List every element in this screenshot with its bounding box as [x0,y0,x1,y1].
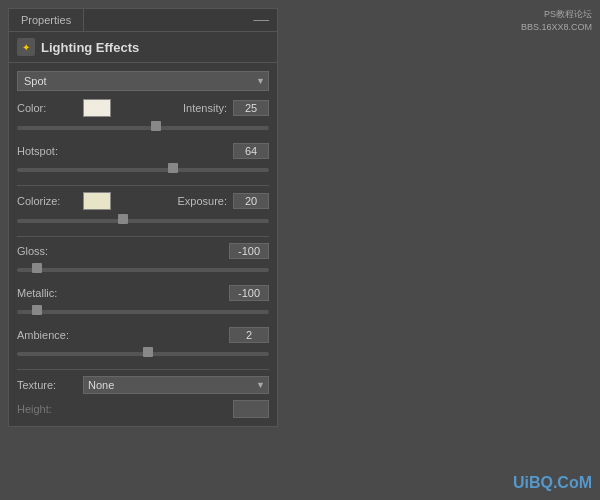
height-value-box [233,400,269,418]
gloss-value: -100 [229,243,269,259]
exposure-input[interactable] [233,193,269,209]
panel-body: Spot Infinite Point ▼ Color: Intensity: [9,63,277,426]
lighting-icon: ✦ [17,38,35,56]
exposure-label: Exposure: [177,195,227,207]
colorize-label: Colorize: [17,195,77,207]
intensity-slider-track [17,126,269,130]
texture-dropdown[interactable]: None Red Green Blue Alpha 1 [83,376,269,394]
tab-properties[interactable]: Properties [9,9,84,31]
intensity-label: Intensity: [183,102,227,114]
exposure-slider-track [17,219,269,223]
gloss-row: Gloss: -100 [17,243,269,259]
height-label: Height: [17,403,77,415]
ambience-label: Ambience: [17,329,77,341]
watermark-line1: PS教程论坛 [521,8,592,21]
color-label: Color: [17,102,77,114]
gloss-slider-thumb[interactable] [32,263,42,273]
hotspot-label: Hotspot: [17,145,77,157]
panel-options-button[interactable]: ── [245,9,277,31]
ambience-slider-row [17,347,269,361]
gloss-slider-track [17,268,269,272]
metallic-label: Metallic: [17,287,77,299]
light-type-dropdown[interactable]: Spot Infinite Point [17,71,269,91]
panel-title: Lighting Effects [41,40,139,55]
hotspot-value: 64 [233,143,269,159]
metallic-row: Metallic: -100 [17,285,269,301]
metallic-slider-row [17,305,269,319]
bottom-watermark: UiBQ.CoM [513,474,592,492]
hotspot-slider-thumb[interactable] [168,163,178,173]
hotspot-row: Hotspot: 64 [17,143,269,159]
intensity-slider-row [17,121,269,135]
metallic-value: -100 [229,285,269,301]
hotspot-slider-row [17,163,269,177]
ambience-value: 2 [229,327,269,343]
watermark: PS教程论坛 BBS.16XX8.COM [521,8,592,33]
color-swatch[interactable] [83,99,111,117]
panel-header: ✦ Lighting Effects [9,32,277,63]
texture-label: Texture: [17,379,77,391]
metallic-slider-track [17,310,269,314]
tab-bar: Properties ── [9,9,277,32]
light-type-row: Spot Infinite Point ▼ [17,71,269,91]
exposure-slider-thumb[interactable] [118,214,128,224]
divider-2 [17,236,269,237]
watermark-line2: BBS.16XX8.COM [521,21,592,34]
height-row: Height: [17,400,269,418]
intensity-slider-thumb[interactable] [151,121,161,131]
gloss-label: Gloss: [17,245,77,257]
ambience-slider-thumb[interactable] [143,347,153,357]
gloss-slider-row [17,263,269,277]
texture-row: Texture: None Red Green Blue Alpha 1 ▼ [17,376,269,394]
color-intensity-row: Color: Intensity: [17,99,269,117]
divider-1 [17,185,269,186]
ambience-row: Ambience: 2 [17,327,269,343]
intensity-input[interactable] [233,100,269,116]
texture-dropdown-wrapper: None Red Green Blue Alpha 1 ▼ [83,376,269,394]
metallic-slider-thumb[interactable] [32,305,42,315]
colorize-swatch[interactable] [83,192,111,210]
divider-3 [17,369,269,370]
properties-panel: Properties ── ✦ Lighting Effects Spot In… [8,8,278,427]
exposure-slider-row [17,214,269,228]
colorize-exposure-row: Colorize: Exposure: [17,192,269,210]
light-type-dropdown-wrapper: Spot Infinite Point ▼ [17,71,269,91]
hotspot-slider-track [17,168,269,172]
